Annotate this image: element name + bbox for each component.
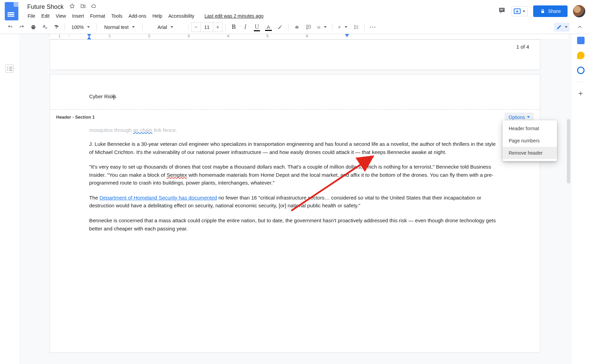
menu-view[interactable]: View	[53, 12, 68, 20]
vertical-scrollbar[interactable]	[566, 34, 571, 364]
tasks-icon[interactable]	[577, 67, 585, 74]
insert-image-button[interactable]	[314, 22, 329, 33]
redo-button[interactable]	[16, 22, 27, 33]
page-header-region[interactable]: Cyber Risks	[50, 74, 540, 109]
document-title[interactable]: Future Shock	[25, 3, 66, 11]
document-canvas[interactable]: 1 1 2 3 4 5 6 7 1 of 4 Cyber Risks	[19, 34, 571, 364]
menu-item-remove-header[interactable]: Remove header	[503, 147, 557, 159]
horizontal-ruler[interactable]: 1 1 2 3 4 5 6 7	[50, 34, 568, 39]
add-addon-button[interactable]: +	[578, 89, 583, 98]
font-size-value[interactable]: 11	[201, 22, 213, 32]
print-button[interactable]	[28, 22, 39, 33]
calendar-icon[interactable]	[577, 37, 585, 44]
chevron-down-icon	[170, 26, 173, 28]
app-header: Future Shock File Edit View Insert Forma…	[0, 0, 590, 20]
underline-button[interactable]: U	[251, 22, 262, 33]
paragraph: "It's very easy to set up thousands of d…	[89, 163, 501, 187]
paragraph: The Department of Homeland Security has …	[89, 194, 501, 210]
move-icon[interactable]	[80, 3, 86, 11]
left-rail	[0, 34, 19, 364]
chevron-down-icon	[87, 26, 90, 28]
previous-page[interactable]: 1 of 4	[50, 39, 540, 70]
bold-button[interactable]: B	[228, 22, 239, 33]
menu-item-page-numbers[interactable]: Page numbers	[503, 135, 557, 147]
header-separator: Header - Section 1 Options	[50, 109, 540, 125]
paragraph: J. Luke Bennecke is a 30-year veteran ci…	[89, 140, 501, 156]
cutoff-text: mosquitos through as chain link fence.	[89, 126, 501, 134]
document-outline-button[interactable]	[5, 65, 14, 73]
work-area: 1 1 2 3 4 5 6 7 1 of 4 Cyber Risks	[0, 34, 590, 364]
chevron-down-icon	[565, 26, 568, 28]
title-stack: Future Shock File Edit View Insert Forma…	[25, 3, 494, 20]
document-body[interactable]: mosquitos through as chain link fence. J…	[50, 125, 540, 242]
page-number: 1 of 4	[516, 44, 529, 50]
paragraph-style-select[interactable]: Normal text	[99, 22, 140, 33]
present-icon	[514, 8, 521, 14]
font-family-select[interactable]: Arial	[145, 22, 185, 33]
menu-file[interactable]: File	[25, 12, 38, 20]
menu-item-header-format[interactable]: Header format	[503, 122, 557, 135]
font-size-control: − 11 +	[191, 22, 223, 32]
current-page[interactable]: Cyber Risks Header - Section 1 Options m…	[50, 74, 540, 353]
hyperlink[interactable]: Department of Homeland Security has docu…	[99, 195, 217, 201]
chevron-down-icon	[345, 26, 347, 28]
keep-icon[interactable]	[577, 52, 585, 59]
right-indent-marker[interactable]	[345, 34, 349, 37]
italic-button[interactable]: I	[240, 22, 251, 33]
toolbar: 100% Normal text Arial − 11 + B I U A ··…	[0, 20, 590, 34]
cloud-status-icon[interactable]	[91, 3, 97, 11]
editing-mode-button[interactable]	[554, 23, 570, 32]
header-text: Cyber Risk	[89, 93, 114, 99]
chevron-down-icon	[527, 116, 530, 118]
menu-insert[interactable]: Insert	[70, 12, 86, 20]
header-section-label: Header - Section 1	[56, 115, 95, 120]
undo-button[interactable]	[5, 22, 16, 33]
share-label: Share	[548, 8, 561, 14]
insert-link-button[interactable]	[291, 22, 302, 33]
chevron-down-icon	[132, 26, 135, 28]
line-spacing-button[interactable]	[351, 22, 362, 33]
header-options-menu: Header format Page numbers Remove header	[503, 120, 557, 161]
chevron-down-icon	[324, 26, 327, 28]
more-toolbar-button[interactable]: ···	[367, 22, 378, 33]
star-icon[interactable]	[69, 3, 75, 11]
menu-format[interactable]: Format	[88, 12, 108, 20]
menu-help[interactable]: Help	[150, 12, 165, 20]
menu-tools[interactable]: Tools	[109, 12, 125, 20]
open-comments-button[interactable]	[498, 6, 506, 16]
share-button[interactable]: Share	[533, 5, 568, 17]
side-panel: +	[571, 34, 590, 364]
last-edit-link[interactable]: Last edit was 2 minutes ago	[202, 12, 266, 20]
align-button[interactable]	[335, 22, 350, 33]
zoom-select[interactable]: 100%	[68, 22, 94, 33]
menu-bar: File Edit View Insert Format Tools Add-o…	[25, 12, 494, 20]
font-size-increase[interactable]: +	[213, 22, 223, 32]
text-color-button[interactable]: A	[263, 22, 274, 33]
present-button[interactable]	[511, 6, 528, 16]
menu-edit[interactable]: Edit	[39, 12, 52, 20]
spellcheck-button[interactable]	[39, 22, 50, 33]
lock-icon	[540, 8, 545, 14]
menu-accessibility[interactable]: Accessibility	[166, 12, 197, 20]
paint-format-button[interactable]	[51, 22, 62, 33]
first-line-indent-marker[interactable]	[87, 36, 91, 39]
highlight-button[interactable]	[275, 22, 285, 33]
account-avatar[interactable]	[573, 5, 585, 17]
docs-logo-icon[interactable]	[5, 2, 18, 20]
pencil-icon	[556, 24, 562, 30]
paragraph: Bennecke is concerned that a mass attack…	[89, 216, 501, 232]
font-size-decrease[interactable]: −	[191, 22, 201, 32]
add-comment-button[interactable]	[303, 22, 314, 33]
scrollbar-thumb[interactable]	[567, 119, 570, 184]
menu-addons[interactable]: Add-ons	[126, 12, 149, 20]
collapse-toolbar-button[interactable]	[574, 22, 585, 33]
chevron-down-icon	[523, 11, 525, 12]
